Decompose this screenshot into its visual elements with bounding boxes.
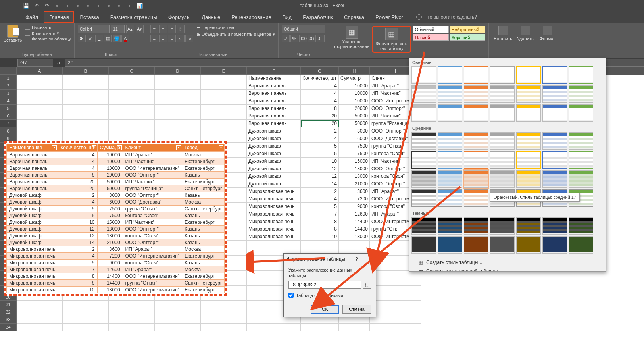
cell[interactable] — [370, 324, 421, 331]
qat-chart-icon[interactable]: 📊 — [136, 2, 144, 10]
cell[interactable]: Варочная панель — [247, 90, 301, 97]
cell[interactable] — [155, 324, 201, 331]
cell[interactable]: 4 — [301, 135, 339, 143]
new-pivot-style-button[interactable]: ▦Создать стиль сводной таблицы... — [409, 267, 606, 272]
table-style-swatch[interactable] — [542, 151, 567, 169]
cell[interactable]: Наименование — [247, 75, 301, 82]
cell[interactable]: 5 — [301, 203, 339, 210]
cell[interactable]: Сумма, р — [339, 75, 370, 82]
table-style-swatch[interactable] — [464, 85, 488, 103]
style-normal[interactable]: Обычный — [413, 26, 449, 33]
table-style-swatch[interactable] — [490, 217, 515, 235]
row-header[interactable]: 7 — [0, 120, 17, 127]
cell[interactable] — [370, 301, 421, 308]
border-button[interactable]: ▦ — [104, 35, 112, 42]
cell[interactable]: 3000 — [339, 127, 370, 135]
tab-разработчик[interactable]: Разработчик — [297, 11, 338, 23]
table-style-swatch[interactable] — [542, 170, 567, 188]
cell[interactable]: 7500 — [339, 150, 370, 158]
cell[interactable] — [109, 324, 155, 331]
cell[interactable]: 14400 — [339, 225, 370, 233]
table-style-swatch[interactable] — [411, 85, 436, 103]
new-table-style-button[interactable]: ▦Создать стиль таблицы... — [409, 258, 606, 267]
cell[interactable] — [370, 293, 421, 301]
cell[interactable]: Варочная панель — [247, 112, 301, 120]
cell[interactable] — [370, 271, 421, 278]
cell[interactable] — [17, 301, 63, 308]
table-style-swatch[interactable] — [438, 104, 462, 122]
table-style-swatch[interactable] — [464, 236, 488, 254]
cell[interactable] — [109, 316, 155, 324]
cell[interactable] — [17, 97, 63, 105]
table-style-swatch[interactable] — [411, 132, 436, 150]
table-style-swatch[interactable] — [464, 132, 488, 150]
table-style-swatch[interactable] — [542, 236, 567, 254]
table-style-swatch[interactable] — [464, 104, 488, 122]
cell[interactable] — [201, 97, 247, 105]
cell[interactable] — [201, 105, 247, 112]
table-style-swatch[interactable] — [438, 189, 462, 207]
cell[interactable] — [201, 308, 247, 316]
cell[interactable]: 12 — [301, 165, 339, 173]
cell[interactable] — [155, 120, 201, 127]
cell[interactable] — [17, 90, 63, 97]
cell-styles-gallery[interactable]: Обычный Нейтральный Плохой Хороший — [413, 26, 485, 41]
cell[interactable] — [63, 324, 109, 331]
cell[interactable] — [155, 308, 201, 316]
wrap-text-button[interactable]: ↩ Переносить текст — [197, 25, 275, 30]
table-style-swatch[interactable] — [411, 170, 436, 188]
table-style-swatch[interactable] — [464, 170, 488, 188]
table-style-swatch[interactable] — [542, 217, 567, 235]
tab-формулы[interactable]: Формулы — [163, 11, 196, 23]
table-style-swatch[interactable] — [516, 66, 541, 84]
col-header-A[interactable]: A — [17, 67, 63, 75]
headers-checkbox-label[interactable]: Таблица с заголовками — [288, 293, 371, 298]
table-style-swatch[interactable] — [438, 217, 462, 235]
table-style-swatch[interactable] — [516, 104, 541, 122]
cell[interactable]: 18000 — [339, 173, 370, 180]
cell[interactable] — [109, 82, 155, 90]
cell[interactable]: 50000 — [339, 112, 370, 120]
align-right-button[interactable]: ≡ — [168, 35, 176, 42]
cell[interactable]: 6000 — [339, 135, 370, 143]
cell[interactable]: Духовой шкаф — [247, 173, 301, 180]
table-style-swatch[interactable] — [490, 132, 515, 150]
tab-вид[interactable]: Вид — [277, 11, 298, 23]
cell[interactable] — [201, 90, 247, 97]
merge-center-button[interactable]: ⊞ Объединить и поместить в центре ▾ — [197, 32, 275, 37]
close-icon[interactable]: ✕ — [368, 256, 373, 262]
dialog-help-icon[interactable]: ? — [355, 256, 358, 262]
cell[interactable]: Варочная панель — [247, 120, 301, 127]
cell[interactable]: Духовой шкаф — [247, 165, 301, 173]
save-icon[interactable]: 💾 — [22, 2, 30, 10]
table-style-swatch[interactable] — [490, 66, 515, 84]
tab-данные[interactable]: Данные — [196, 11, 226, 23]
cell[interactable] — [109, 301, 155, 308]
table-style-swatch[interactable] — [569, 132, 593, 150]
table-style-swatch[interactable] — [411, 104, 436, 122]
tab-разметка страницы[interactable]: Разметка страницы — [105, 11, 163, 23]
ok-button[interactable]: OK — [311, 305, 339, 314]
row-header[interactable]: 6 — [0, 112, 17, 120]
table-style-swatch[interactable] — [438, 66, 462, 84]
table-style-swatch[interactable] — [438, 151, 462, 169]
italic-button[interactable]: К — [87, 35, 94, 42]
fx-icon[interactable]: fx — [57, 60, 61, 65]
cell[interactable] — [370, 286, 421, 293]
indent-inc-button[interactable]: ⇥ — [185, 35, 193, 42]
tab-файл[interactable]: Файл — [20, 11, 44, 23]
currency-button[interactable]: ₽ — [282, 35, 290, 42]
cell[interactable] — [155, 316, 201, 324]
cell[interactable]: 20000 — [339, 105, 370, 112]
cell[interactable]: 10000 — [339, 97, 370, 105]
cell[interactable] — [17, 105, 63, 112]
cell[interactable] — [201, 324, 247, 331]
cell[interactable]: Микроволновая печь — [247, 218, 301, 225]
col-header-H[interactable]: H — [339, 67, 370, 75]
cell[interactable] — [155, 105, 201, 112]
row-header[interactable]: 31 — [0, 301, 17, 308]
cell[interactable]: Духовой шкаф — [247, 158, 301, 165]
cell[interactable] — [17, 112, 63, 120]
name-box[interactable] — [17, 59, 53, 67]
qat-icon[interactable]: ▫ — [74, 2, 82, 10]
